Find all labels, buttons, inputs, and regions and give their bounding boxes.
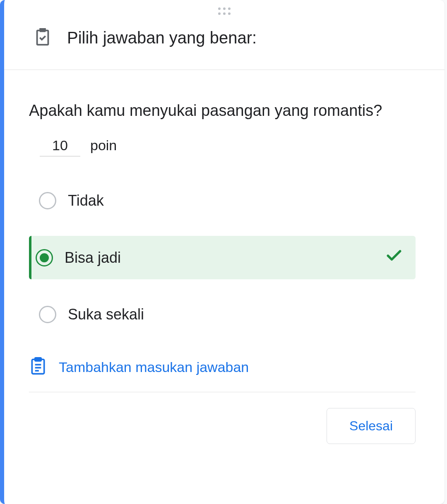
clipboard-check-icon [33,26,52,49]
answer-key-card: Pilih jawaban yang benar: Apakah kamu me… [0,0,445,504]
options-list: Tidak Bisa jadi Suka sekali [32,181,416,334]
add-feedback-button[interactable]: Tambahkan masukan jawaban [29,350,416,392]
footer: Selesai [4,408,445,461]
header-row: Pilih jawaban yang benar: [4,18,445,70]
header-title: Pilih jawaban yang benar: [67,29,257,47]
option-row[interactable]: Suka sekali [32,295,416,334]
radio-unchecked-icon[interactable] [39,192,56,209]
clipboard-list-icon [29,357,47,377]
drag-dots-icon [218,7,231,15]
radio-checked-icon[interactable] [36,249,53,266]
points-input[interactable] [40,135,80,156]
radio-unchecked-icon[interactable] [39,306,56,323]
checkmark-icon [385,247,403,269]
option-label: Tidak [68,192,403,209]
content-area: Apakah kamu menyukai pasangan yang roman… [4,70,445,392]
svg-rect-3 [35,358,41,361]
option-row[interactable]: Tidak [32,181,416,220]
feedback-label: Tambahkan masukan jawaban [59,359,249,375]
points-row: poin [40,135,416,156]
question-text: Apakah kamu menyukai pasangan yang roman… [29,99,416,122]
divider [29,392,416,392]
done-button[interactable]: Selesai [327,408,416,444]
option-label: Bisa jadi [65,249,373,266]
points-label: poin [90,137,117,154]
drag-handle[interactable] [4,0,445,18]
option-label: Suka sekali [68,306,403,323]
svg-rect-0 [37,31,48,45]
svg-rect-1 [40,29,45,31]
option-row-selected[interactable]: Bisa jadi [29,236,416,279]
